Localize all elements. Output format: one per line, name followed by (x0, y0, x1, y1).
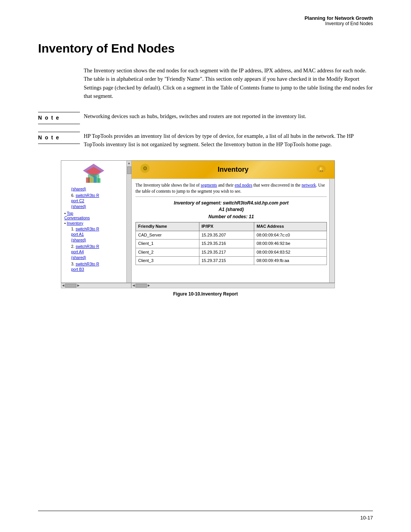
nav-scroll-thumb[interactable] (127, 166, 131, 174)
note-block-1: N o t e Networking devices such as hubs,… (38, 112, 373, 124)
cell-ip: 15.29.37.215 (199, 256, 254, 265)
cell-ip: 15.29.35.216 (199, 240, 254, 248)
cell-friendly-name: CAD_Server (136, 231, 199, 239)
inventory-header-bar: ⚙ Inventory 🔔 (132, 161, 335, 179)
note-divider-bottom-1 (38, 124, 80, 124)
nav-item-3: 3. switchR3to Rport B3 (71, 261, 124, 272)
right-scroll-left-arrow[interactable]: ◀ (132, 284, 135, 287)
nav-num-1: 1. (71, 227, 76, 231)
node-count: Number of nodes: 11 (135, 214, 327, 220)
cell-friendly-name: Client_1 (136, 240, 199, 248)
intro-paragraph: The Inventory section shows the end node… (84, 66, 373, 101)
content-intro-text: The Inventory table shows the list of se… (135, 182, 327, 194)
left-icon-svg: ⚙ (139, 163, 151, 174)
page-number: 10-17 (360, 515, 373, 521)
nav-link-top[interactable]: TopConversations (64, 211, 90, 220)
note-block-2: N o t e HP TopTools provides an inventor… (38, 132, 373, 149)
link-network[interactable]: network (302, 183, 316, 187)
figure-caption: Figure 10-10.Inventory Report (38, 291, 373, 297)
chapter-heading: Inventory of End Nodes (38, 42, 373, 56)
link-segments[interactable]: segments (201, 183, 217, 187)
svg-rect-5 (94, 176, 97, 183)
nav-item-inventory: • Inventory (64, 221, 124, 225)
screenshot-box: ▲ (61, 160, 335, 283)
svg-text:⚙: ⚙ (143, 165, 148, 171)
inventory-icon-left: ⚙ (139, 163, 151, 176)
cell-mac: 08:00:09:46:92:be (254, 240, 327, 248)
nav-link-3[interactable]: switchR3to Rport B3 (71, 262, 99, 272)
cell-ip: 15.29.35.207 (199, 231, 254, 239)
col-friendly-name: Friendly Name (136, 222, 199, 231)
cell-friendly-name: Client_3 (136, 256, 199, 265)
col-mac-address: MAC Address (254, 222, 327, 231)
nav-link-6[interactable]: switchR3to Rport C2(shared) (71, 193, 99, 209)
nav-num-2: 2. (71, 244, 76, 249)
table-row: Client_115.29.35.21608:00:09:46:92:be (136, 240, 327, 248)
nav-panel: ▲ (61, 161, 132, 283)
note-label-col-1: N o t e (38, 112, 84, 124)
footer: 10-17 (38, 515, 373, 521)
nav-num-3: 3. (71, 262, 76, 266)
content-divider (135, 197, 327, 197)
content-inner: The Inventory table shows the list of se… (132, 179, 335, 268)
nav-item-top: • TopConversations (64, 211, 124, 220)
inventory-table-body: CAD_Server15.29.35.20708:00:09:64:7c:c0C… (136, 231, 327, 265)
right-icon-svg: 🔔 (315, 163, 327, 174)
note-divider-bottom-2 (38, 144, 80, 144)
bullet-inventory: • (64, 221, 67, 225)
left-scroll-thumb[interactable] (65, 284, 76, 288)
nav-scrollbar[interactable]: ▲ (126, 161, 131, 283)
inventory-header-text: Inventory (218, 166, 249, 174)
cell-mac: 08:00:09:64:83:52 (254, 248, 327, 256)
svg-text:🔔: 🔔 (319, 166, 324, 172)
note-text-2: HP TopTools provides an inventory list o… (84, 132, 373, 149)
table-header-row: Friendly Name IP/IPX MAC Address (136, 222, 327, 231)
hp-logo-svg (82, 163, 105, 184)
nav-link-1[interactable]: switchR3to Rport A1(shared) (71, 227, 99, 242)
table-row: CAD_Server15.29.35.20708:00:09:64:7c:c0 (136, 231, 327, 239)
cell-friendly-name: Client_2 (136, 248, 199, 256)
right-scroll-right-arrow[interactable]: ▶ (147, 284, 151, 287)
segment-heading: Inventory of segment: switchR3toR4.sid.h… (135, 200, 327, 213)
table-row: Client_215.29.35.21708:00:09:64:83:52 (136, 248, 327, 256)
note-divider-top-1 (38, 112, 80, 112)
content-scrollbar[interactable]: ▲ (329, 161, 335, 283)
nav-link-shared1[interactable]: (shared) (71, 187, 86, 191)
inventory-icon-right: 🔔 (315, 163, 327, 176)
footer-line (38, 511, 373, 511)
svg-rect-6 (97, 178, 100, 183)
main-content: Inventory of End Nodes The Inventory sec… (0, 30, 411, 316)
nav-link-inventory[interactable]: Inventory (67, 221, 83, 225)
hp-logo-area (63, 163, 130, 184)
nav-item-shared1: (shared) (71, 186, 124, 192)
link-end-nodes[interactable]: end nodes (235, 183, 252, 187)
nav-scroll-up[interactable]: ▲ (127, 161, 131, 166)
svg-rect-4 (91, 177, 93, 183)
note-label-1: N o t e (38, 115, 84, 121)
note-divider-top-2 (38, 132, 80, 132)
inventory-table: Friendly Name IP/IPX MAC Address CAD_Ser… (135, 222, 327, 265)
page-header: Planning for Network Growth Inventory of… (0, 0, 411, 30)
segment-heading-line1: Inventory of segment: switchR3toR4.sid.h… (174, 200, 288, 206)
nav-item-6: 6. switchR3to Rport C2(shared) (71, 193, 124, 209)
note-text-1: Networking devices such as hubs, bridges… (84, 112, 373, 124)
left-scroll-right-arrow[interactable]: ▶ (76, 284, 80, 287)
bottom-scroll-left[interactable]: ◀ ▶ (61, 283, 131, 288)
figure-container: ▲ (38, 160, 373, 297)
left-scroll-left-arrow[interactable]: ◀ (61, 284, 65, 287)
bottom-scrollbar: ◀ ▶ ◀ ▶ (61, 283, 335, 288)
right-scroll-thumb[interactable] (135, 284, 147, 288)
page-container: Planning for Network Growth Inventory of… (0, 0, 411, 532)
note-label-col-2: N o t e (38, 132, 84, 149)
note-label-2: N o t e (38, 134, 84, 141)
cell-ip: 15.29.35.217 (199, 248, 254, 256)
table-row: Client_315.29.37.21508:00:09:49:fb:aa (136, 256, 327, 265)
nav-item-2: 2. switchR3to Rport A4(shared) (71, 244, 124, 260)
bottom-scroll-right[interactable]: ◀ ▶ (131, 283, 335, 288)
header-title: Planning for Network Growth (38, 15, 373, 21)
nav-item-1: 1. switchR3to Rport A1(shared) (71, 226, 124, 243)
nav-items: (shared) 6. switchR3to Rport C2(shared) … (63, 186, 130, 272)
nav-link-2[interactable]: switchR3to Rport A4(shared) (71, 244, 99, 260)
header-subtitle: Inventory of End Nodes (38, 21, 373, 26)
cell-mac: 08:00:09:49:fb:aa (254, 256, 327, 265)
